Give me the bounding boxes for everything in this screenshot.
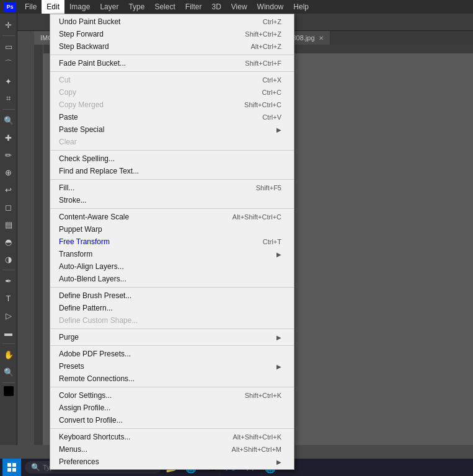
- tool-quick-select[interactable]: ✦: [1, 73, 17, 89]
- menu-menus[interactable]: Menus... Alt+Shift+Ctrl+M: [50, 443, 294, 456]
- copy-merged-label: Copy Merged: [59, 100, 232, 109]
- tool-type[interactable]: T: [1, 290, 17, 306]
- fill-shortcut: Shift+F5: [256, 184, 281, 192]
- tool-divider-1: [2, 35, 15, 36]
- menu-fade-paint-bucket[interactable]: Fade Paint Bucket... Shift+Ctrl+F: [50, 57, 294, 69]
- tool-marquee[interactable]: ▭: [1, 38, 17, 55]
- menu-find-replace[interactable]: Find and Replace Text...: [50, 165, 294, 177]
- cut-shortcut: Ctrl+X: [262, 76, 281, 84]
- menu-check-spelling[interactable]: Check Spelling...: [50, 152, 294, 165]
- menu-copy-merged[interactable]: Copy Merged Shift+Ctrl+C: [50, 99, 294, 111]
- menu-free-transform[interactable]: Free Transform Ctrl+T: [50, 236, 294, 248]
- menu-puppet-warp[interactable]: Puppet Warp: [50, 223, 294, 236]
- menu-filter[interactable]: Filter: [180, 0, 207, 14]
- paste-special-arrow: ▶: [276, 126, 281, 133]
- tool-lasso[interactable]: ⌒: [1, 56, 17, 72]
- menu-preferences[interactable]: Preferences ▶: [50, 456, 294, 468]
- transform-arrow: ▶: [276, 251, 281, 258]
- tool-eraser[interactable]: ◻: [1, 199, 17, 215]
- free-transform-label: Free Transform: [59, 237, 250, 246]
- check-spelling-label: Check Spelling...: [59, 154, 281, 163]
- tool-move[interactable]: ✛: [1, 17, 17, 33]
- menu-step-forward[interactable]: Step Forward Shift+Ctrl+Z: [50, 28, 294, 40]
- menu-edit[interactable]: Edit: [42, 0, 64, 14]
- windows-button[interactable]: [2, 459, 21, 476]
- menu-color-settings[interactable]: Color Settings... Shift+Ctrl+K: [50, 389, 294, 402]
- svg-rect-1: [12, 463, 16, 467]
- menu-layer[interactable]: Layer: [95, 0, 123, 14]
- tool-history-brush[interactable]: ↩: [1, 182, 17, 198]
- menu-step-backward[interactable]: Step Backward Alt+Ctrl+Z: [50, 40, 294, 53]
- copy-merged-shortcut: Shift+Ctrl+C: [244, 101, 281, 108]
- menu-presets[interactable]: Presets ▶: [50, 360, 294, 372]
- menu-help[interactable]: Help: [288, 0, 314, 14]
- undo-paint-bucket-shortcut: Ctrl+Z: [263, 18, 281, 25]
- copy-label: Copy: [59, 88, 250, 97]
- separator-7: [50, 328, 294, 329]
- menu-auto-blend-layers[interactable]: Auto-Blend Layers...: [50, 273, 294, 285]
- menu-adobe-pdf-presets[interactable]: Adobe PDF Presets...: [50, 348, 294, 360]
- menu-image[interactable]: Image: [64, 0, 95, 14]
- menu-transform[interactable]: Transform ▶: [50, 248, 294, 260]
- tool-clone[interactable]: ⊕: [1, 164, 17, 180]
- menu-auto-align-layers[interactable]: Auto-Align Layers...: [50, 260, 294, 273]
- paste-special-label: Paste Special: [59, 125, 276, 134]
- stroke-label: Stroke...: [59, 196, 281, 205]
- menu-window[interactable]: Window: [252, 0, 289, 14]
- tool-gradient[interactable]: ▤: [1, 216, 17, 232]
- tool-shape[interactable]: ▬: [1, 325, 17, 341]
- tool-healing[interactable]: ✚: [1, 130, 17, 146]
- separator-2: [50, 71, 294, 72]
- paste-shortcut: Ctrl+V: [262, 113, 281, 121]
- menu-paste-special[interactable]: Paste Special ▶: [50, 123, 294, 136]
- menu-keyboard-shortcuts[interactable]: Keyboard Shortcuts... Alt+Shift+Ctrl+K: [50, 431, 294, 443]
- presets-label: Presets: [59, 362, 276, 371]
- menu-stroke[interactable]: Stroke...: [50, 194, 294, 206]
- tool-blur[interactable]: ◓: [1, 234, 17, 250]
- tool-brush[interactable]: ✏: [1, 147, 17, 163]
- menu-define-brush-preset[interactable]: Define Brush Preset...: [50, 289, 294, 302]
- menus-shortcut: Alt+Shift+Ctrl+M: [232, 446, 281, 453]
- menu-purge[interactable]: Purge ▶: [50, 331, 294, 343]
- keyboard-shortcuts-label: Keyboard Shortcuts...: [59, 433, 220, 441]
- step-backward-shortcut: Alt+Ctrl+Z: [250, 43, 281, 50]
- define-pattern-label: Define Pattern...: [59, 304, 281, 312]
- tool-pen[interactable]: ✒: [1, 273, 17, 289]
- edit-dropdown-menu: Undo Paint Bucket Ctrl+Z Step Forward Sh…: [50, 14, 294, 470]
- menu-file[interactable]: File: [20, 0, 42, 14]
- find-replace-label: Find and Replace Text...: [59, 167, 281, 175]
- convert-to-profile-label: Convert to Profile...: [59, 416, 281, 425]
- tool-crop[interactable]: ⌗: [1, 90, 17, 107]
- tab-3-close[interactable]: ✕: [319, 35, 324, 42]
- tool-zoom[interactable]: 🔍: [1, 364, 17, 380]
- tool-path-select[interactable]: ▷: [1, 307, 17, 324]
- tool-divider-3: [2, 270, 15, 270]
- menu-fill[interactable]: Fill... Shift+F5: [50, 182, 294, 194]
- menu-define-custom-shape[interactable]: Define Custom Shape...: [50, 314, 294, 327]
- preferences-arrow: ▶: [276, 459, 281, 465]
- menu-define-pattern[interactable]: Define Pattern...: [50, 302, 294, 314]
- tool-dodge[interactable]: ◑: [1, 251, 17, 267]
- menu-paste[interactable]: Paste Ctrl+V: [50, 111, 294, 123]
- menu-3d[interactable]: 3D: [206, 0, 226, 14]
- preferences-label: Preferences: [59, 457, 276, 466]
- menu-content-aware-scale[interactable]: Content-Aware Scale Alt+Shift+Ctrl+C: [50, 211, 294, 223]
- ps-logo: Ps: [2, 0, 17, 14]
- step-forward-label: Step Forward: [59, 30, 232, 38]
- menu-type[interactable]: Type: [123, 0, 149, 14]
- menu-cut[interactable]: Cut Ctrl+X: [50, 74, 294, 86]
- menu-remote-connections[interactable]: Remote Connections...: [50, 372, 294, 385]
- menu-select[interactable]: Select: [149, 0, 180, 14]
- menu-assign-profile[interactable]: Assign Profile...: [50, 402, 294, 414]
- menu-undo-paint-bucket[interactable]: Undo Paint Bucket Ctrl+Z: [50, 15, 294, 28]
- menu-clear[interactable]: Clear: [50, 136, 294, 148]
- menu-convert-to-profile[interactable]: Convert to Profile...: [50, 414, 294, 426]
- tool-hand[interactable]: ✋: [1, 346, 17, 363]
- separator-4: [50, 179, 294, 180]
- menu-view[interactable]: View: [226, 0, 252, 14]
- menu-copy[interactable]: Copy Ctrl+C: [50, 86, 294, 99]
- color-settings-shortcut: Shift+Ctrl+K: [245, 392, 281, 399]
- tool-foreground-color[interactable]: [4, 386, 14, 396]
- paste-label: Paste: [59, 113, 250, 121]
- tool-eyedropper[interactable]: 🔍: [1, 112, 17, 128]
